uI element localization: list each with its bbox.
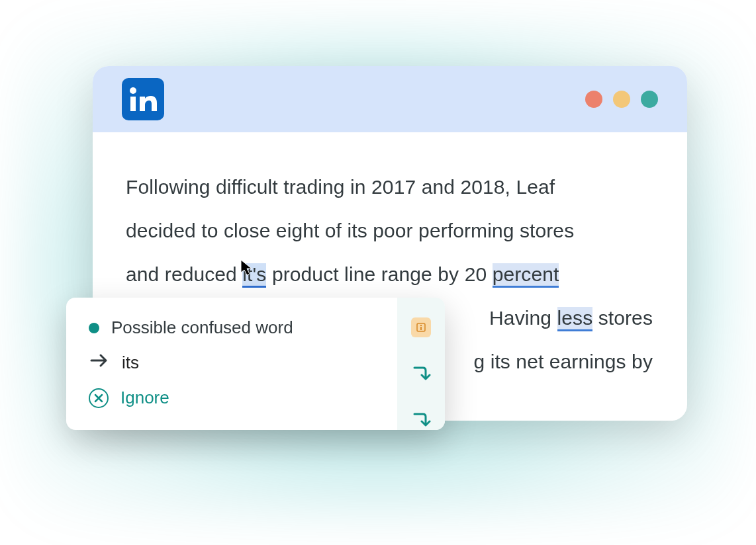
popup-title: Possible confused word <box>111 317 293 338</box>
text-line: Following difficult trading in 2017 and … <box>126 165 654 209</box>
highlighted-word-less[interactable]: less <box>557 307 593 331</box>
text-line: decided to close eight of its poor perfo… <box>126 209 654 253</box>
svg-rect-0 <box>130 97 136 111</box>
info-button[interactable] <box>411 317 431 337</box>
close-icon <box>89 388 109 408</box>
window-minimize-dot[interactable] <box>613 91 630 108</box>
popup-side-actions <box>397 298 445 430</box>
suggestion-row[interactable]: its <box>89 353 384 373</box>
text-line: and reduced it's product line range by 2… <box>126 253 654 296</box>
highlighted-word-its[interactable]: it's <box>242 263 266 288</box>
category-bullet-icon <box>89 323 99 333</box>
window-titlebar <box>93 66 687 132</box>
next-suggestion-button[interactable] <box>411 364 431 384</box>
info-icon <box>411 317 431 337</box>
ignore-row[interactable]: Ignore <box>89 388 384 408</box>
window-controls <box>585 91 658 108</box>
svg-rect-3 <box>420 325 422 326</box>
svg-point-1 <box>130 87 136 94</box>
window-maximize-dot[interactable] <box>641 91 658 108</box>
popup-title-row: Possible confused word <box>89 317 384 338</box>
arrow-turn-down-icon <box>411 364 431 384</box>
arrow-right-icon <box>90 353 110 373</box>
arrow-turn-down-icon <box>411 410 431 430</box>
suggestion-text: its <box>122 353 139 373</box>
svg-rect-4 <box>420 327 422 330</box>
popup-main: Possible confused word its Ignore <box>66 298 397 430</box>
next-suggestion-button-2[interactable] <box>411 410 431 430</box>
highlighted-word-percent[interactable]: percent <box>493 263 559 288</box>
ignore-label: Ignore <box>120 388 169 408</box>
linkedin-icon <box>122 78 164 120</box>
grammar-suggestion-popup: Possible confused word its Ignore <box>66 298 445 430</box>
window-close-dot[interactable] <box>585 91 602 108</box>
